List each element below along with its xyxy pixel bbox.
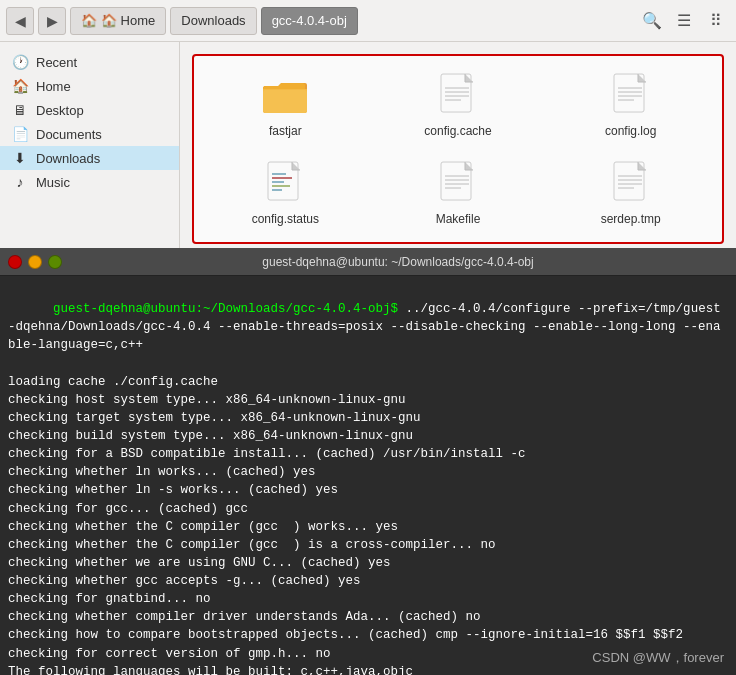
file-label-config-status: config.status (252, 212, 319, 226)
file-item-makefile[interactable]: Makefile (377, 154, 540, 232)
sidebar-label-home: Home (36, 79, 71, 94)
recent-icon: 🕐 (12, 54, 28, 70)
terminal-line-6: checking whether ln works... (cached) ye… (8, 463, 728, 481)
file-item-fastjar[interactable]: fastjar (204, 66, 367, 144)
doc-icon-serdep-tmp (607, 160, 655, 208)
sidebar-item-downloads[interactable]: ⬇ Downloads (0, 146, 179, 170)
desktop-icon: 🖥 (12, 102, 28, 118)
watermark: CSDN @WW，forever (592, 649, 724, 667)
terminal-line-0: guest-dqehna@ubuntu:~/Downloads/gcc-4.0.… (8, 282, 728, 373)
terminal-line-2: checking host system type... x86_64-unkn… (8, 391, 728, 409)
terminal-line-7: checking whether ln -s works... (cached)… (8, 481, 728, 499)
files-area: fastjar c (180, 42, 736, 248)
terminal-line-8: checking for gcc... (cached) gcc (8, 500, 728, 518)
terminal: guest-dqehna@ubuntu: ~/Downloads/gcc-4.0… (0, 248, 736, 675)
search-button[interactable]: 🔍 (638, 7, 666, 35)
terminal-body[interactable]: guest-dqehna@ubuntu:~/Downloads/gcc-4.0.… (0, 276, 736, 675)
terminal-line-9: checking whether the C compiler (gcc ) w… (8, 518, 728, 536)
toolbar: ◀ ▶ 🏠 🏠 Home Downloads gcc-4.0.4-obj 🔍 ☰… (0, 0, 736, 42)
terminal-line-11: checking whether we are using GNU C... (… (8, 554, 728, 572)
sidebar-item-desktop[interactable]: 🖥 Desktop (0, 98, 179, 122)
minimize-button[interactable] (28, 255, 42, 269)
maximize-button[interactable] (48, 255, 62, 269)
svg-rect-2 (263, 90, 307, 113)
home-icon: 🏠 (81, 13, 97, 28)
sidebar-item-documents[interactable]: 📄 Documents (0, 122, 179, 146)
sidebar-label-downloads: Downloads (36, 151, 100, 166)
forward-button[interactable]: ▶ (38, 7, 66, 35)
close-button[interactable] (8, 255, 22, 269)
terminal-line-15: checking how to compare bootstrapped obj… (8, 626, 728, 644)
file-label-serdep-tmp: serdep.tmp (601, 212, 661, 226)
sidebar-item-home[interactable]: 🏠 Home (0, 74, 179, 98)
sidebar-label-desktop: Desktop (36, 103, 84, 118)
file-label-config-cache: config.cache (424, 124, 491, 138)
downloads-breadcrumb[interactable]: Downloads (170, 7, 256, 35)
sidebar-label-documents: Documents (36, 127, 102, 142)
file-item-config-cache[interactable]: config.cache (377, 66, 540, 144)
terminal-line-4: checking build system type... x86_64-unk… (8, 427, 728, 445)
terminal-prompt-0: guest-dqehna@ubuntu:~/Downloads/gcc-4.0.… (53, 302, 398, 316)
file-label-config-log: config.log (605, 124, 656, 138)
view-list-button[interactable]: ☰ (670, 7, 698, 35)
files-grid: fastjar c (192, 54, 724, 244)
doc-icon-config-status (261, 160, 309, 208)
documents-icon: 📄 (12, 126, 28, 142)
terminal-line-13: checking for gnatbind... no (8, 590, 728, 608)
terminal-line-14: checking whether compiler driver underst… (8, 608, 728, 626)
terminal-line-12: checking whether gcc accepts -g... (cach… (8, 572, 728, 590)
sidebar: 🕐 Recent 🏠 Home 🖥 Desktop 📄 Documents ⬇ … (0, 42, 180, 248)
file-label-makefile: Makefile (436, 212, 481, 226)
sidebar-item-recent[interactable]: 🕐 Recent (0, 50, 179, 74)
home-label: 🏠 Home (101, 13, 155, 28)
terminal-line-5: checking for a BSD compatible install...… (8, 445, 728, 463)
file-manager: ◀ ▶ 🏠 🏠 Home Downloads gcc-4.0.4-obj 🔍 ☰… (0, 0, 736, 248)
music-icon: ♪ (12, 174, 28, 190)
downloads-icon: ⬇ (12, 150, 28, 166)
terminal-title: guest-dqehna@ubuntu: ~/Downloads/gcc-4.0… (68, 255, 728, 269)
file-item-config-status[interactable]: config.status (204, 154, 367, 232)
terminal-titlebar: guest-dqehna@ubuntu: ~/Downloads/gcc-4.0… (0, 248, 736, 276)
terminal-line-3: checking target system type... x86_64-un… (8, 409, 728, 427)
terminal-line-1: loading cache ./config.cache (8, 373, 728, 391)
main-area: 🕐 Recent 🏠 Home 🖥 Desktop 📄 Documents ⬇ … (0, 42, 736, 248)
sidebar-item-music[interactable]: ♪ Music (0, 170, 179, 194)
view-grid-button[interactable]: ⠿ (702, 7, 730, 35)
file-item-config-log[interactable]: config.log (549, 66, 712, 144)
file-label-fastjar: fastjar (269, 124, 302, 138)
gcc-breadcrumb[interactable]: gcc-4.0.4-obj (261, 7, 358, 35)
folder-icon-fastjar (261, 72, 309, 120)
back-button[interactable]: ◀ (6, 7, 34, 35)
sidebar-label-music: Music (36, 175, 70, 190)
doc-icon-config-cache (434, 72, 482, 120)
home-nav-icon: 🏠 (12, 78, 28, 94)
doc-icon-config-log (607, 72, 655, 120)
file-item-serdep-tmp[interactable]: serdep.tmp (549, 154, 712, 232)
home-button[interactable]: 🏠 🏠 Home (70, 7, 166, 35)
doc-icon-makefile (434, 160, 482, 208)
sidebar-label-recent: Recent (36, 55, 77, 70)
terminal-line-10: checking whether the C compiler (gcc ) i… (8, 536, 728, 554)
